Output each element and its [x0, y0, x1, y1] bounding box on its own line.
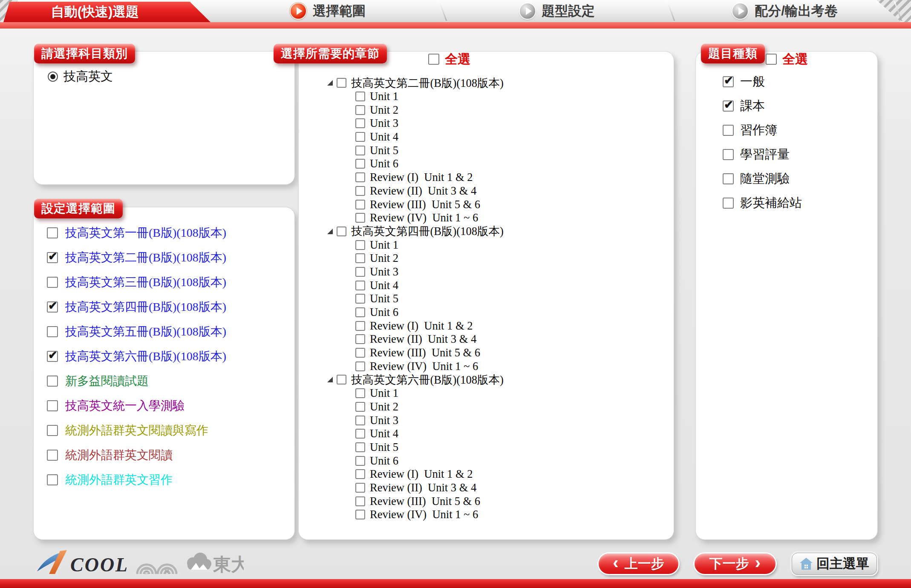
tree-child-checkbox[interactable]: [355, 361, 365, 371]
tree-child-checkbox[interactable]: [355, 159, 365, 169]
tree-child-label: Unit 3: [370, 117, 398, 130]
tree-child-row: Review (I) Unit 1 & 2: [355, 468, 660, 481]
tree-child-checkbox[interactable]: [355, 253, 365, 263]
tree-child-checkbox[interactable]: [355, 510, 365, 519]
tree-group-checkbox[interactable]: [337, 227, 346, 236]
tree-child-checkbox[interactable]: [355, 146, 365, 155]
tree-child-checkbox[interactable]: [355, 469, 365, 479]
qtype-item-checkbox[interactable]: ✔: [723, 100, 734, 112]
tree-child-checkbox[interactable]: [355, 240, 365, 250]
app-window: 自動(快速)選題 選擇範圍 題型設定 配分/輸出考卷 請選擇科目類別 設定選擇範…: [0, 0, 911, 588]
scope-item-label[interactable]: 技高英文第五冊(B版)(108版本): [65, 324, 226, 340]
scope-item-label[interactable]: 統測外語群英文閱讀: [65, 447, 173, 463]
tree-child-checkbox[interactable]: [355, 402, 365, 412]
footer-red-bar: [0, 579, 911, 588]
tree-child-checkbox[interactable]: [355, 132, 365, 142]
tab-question-type-setting[interactable]: 題型設定: [443, 0, 671, 22]
tab-select-scope[interactable]: 選擇範圍: [213, 0, 443, 22]
scope-list: 技高英文第一冊(B版)(108版本)✔技高英文第二冊(B版)(108版本)技高英…: [47, 221, 285, 492]
tree-child-checkbox[interactable]: [355, 172, 365, 182]
tab-label: 配分/輸出考卷: [755, 2, 838, 20]
scope-item-checkbox[interactable]: [47, 474, 58, 485]
tree-group-checkbox[interactable]: [337, 375, 346, 384]
tree-child-checkbox[interactable]: [355, 294, 365, 304]
tree-child-row: Unit 2: [355, 252, 660, 265]
scope-item-checkbox[interactable]: [47, 277, 58, 288]
tree-child-label: Review (II) Unit 3 & 4: [370, 481, 476, 494]
scope-item-checkbox[interactable]: [47, 326, 58, 337]
qtype-item-label: 影英補給站: [740, 195, 802, 212]
tree-child-checkbox[interactable]: [355, 92, 365, 101]
qtype-item-checkbox[interactable]: ✔: [723, 76, 734, 87]
tree-child-checkbox[interactable]: [355, 200, 365, 209]
qtype-item-checkbox[interactable]: [723, 149, 734, 160]
scope-item: 技高英文統一入學測驗: [47, 393, 285, 418]
scope-item-label[interactable]: 技高英文第一冊(B版)(108版本): [65, 225, 226, 241]
tree-child-checkbox[interactable]: [355, 118, 365, 128]
tree-child-checkbox[interactable]: [355, 496, 365, 506]
scope-item-checkbox[interactable]: [47, 400, 58, 411]
tree-child-checkbox[interactable]: [355, 429, 365, 439]
tree-child-row: Unit 4: [355, 427, 660, 441]
qtype-item-checkbox[interactable]: [723, 173, 734, 184]
scope-item-checkbox[interactable]: [47, 227, 58, 238]
qtype-item-checkbox[interactable]: [723, 198, 734, 209]
subject-radio[interactable]: [48, 72, 58, 82]
tree-child-checkbox[interactable]: [355, 456, 365, 466]
scope-item-checkbox[interactable]: [47, 425, 58, 436]
tree-expander-icon[interactable]: [327, 229, 333, 234]
scope-item-label[interactable]: 技高英文第六冊(B版)(108版本): [65, 348, 226, 364]
tree-child-row: Review (II) Unit 3 & 4: [355, 184, 660, 198]
qtype-select-all-checkbox[interactable]: [766, 54, 777, 65]
tree-child-checkbox[interactable]: [355, 186, 365, 196]
tree-group-label: 技高英文第六冊(B版)(108版本): [351, 372, 504, 387]
tree-child-label: Review (IV) Unit 1 ~ 6: [370, 211, 478, 224]
tree-child-checkbox[interactable]: [355, 416, 365, 425]
back-to-main-menu-button[interactable]: 回主選單: [792, 553, 877, 575]
tree-group-checkbox[interactable]: [337, 78, 346, 88]
tree-child-checkbox[interactable]: [355, 321, 365, 331]
play-icon: [291, 3, 306, 19]
scope-item-checkbox[interactable]: [47, 376, 58, 387]
tree-child-checkbox[interactable]: [355, 307, 365, 317]
tree-child-checkbox[interactable]: [355, 213, 365, 223]
tab-auto-quick-select[interactable]: 自動(快速)選題: [3, 2, 210, 22]
scope-item-checkbox[interactable]: ✔: [47, 351, 58, 362]
scope-item-label[interactable]: 技高英文第三冊(B版)(108版本): [65, 274, 226, 290]
tabbar-underline: [0, 22, 911, 29]
back-to-main-menu-label: 回主選單: [816, 555, 869, 573]
tree-child-row: Unit 3: [355, 117, 660, 130]
tree-child-checkbox[interactable]: [355, 442, 365, 452]
tree-child-row: Unit 2: [355, 103, 660, 117]
tree-child-checkbox[interactable]: [355, 267, 365, 277]
tree-child-checkbox[interactable]: [355, 281, 365, 290]
chapter-select-all-checkbox[interactable]: [428, 54, 439, 65]
prev-step-button[interactable]: ‹ 上一步: [599, 554, 678, 574]
scope-item-label[interactable]: 技高英文統一入學測驗: [65, 398, 185, 414]
scope-item-checkbox[interactable]: [47, 450, 58, 461]
tree-child-label: Unit 1: [370, 387, 398, 400]
next-step-button[interactable]: 下一步 ›: [695, 554, 776, 574]
tree-child-checkbox[interactable]: [355, 334, 365, 344]
qtype-item: ✔一般: [723, 69, 868, 94]
tree-child-checkbox[interactable]: [355, 388, 365, 398]
scope-item-label[interactable]: 統測外語群英文閱讀與寫作: [65, 422, 208, 439]
tree-child-label: Review (I) Unit 1 & 2: [370, 319, 473, 333]
tree-expander-icon[interactable]: [327, 80, 333, 86]
tab-score-output[interactable]: 配分/輸出考卷: [671, 0, 899, 22]
scope-item-checkbox[interactable]: ✔: [47, 252, 58, 263]
qtype-item-checkbox[interactable]: [723, 125, 734, 136]
tree-child-row: Review (III) Unit 5 & 6: [355, 346, 660, 360]
scope-item-label[interactable]: 技高英文第四冊(B版)(108版本): [65, 299, 226, 315]
tree-child-row: Unit 6: [355, 454, 660, 468]
tree-child-checkbox[interactable]: [355, 483, 365, 493]
tree-child-checkbox[interactable]: [355, 348, 365, 358]
scope-item-label[interactable]: 技高英文第二冊(B版)(108版本): [65, 250, 226, 266]
scope-item-label[interactable]: 新多益閱讀試題: [65, 373, 149, 389]
tree-child-label: Unit 5: [370, 144, 398, 157]
scope-item-checkbox[interactable]: ✔: [47, 301, 58, 313]
tree-child-checkbox[interactable]: [355, 105, 365, 115]
tree-expander-icon[interactable]: [327, 377, 333, 382]
scope-item-label[interactable]: 統測外語群英文習作: [65, 472, 173, 488]
subject-radio-label[interactable]: 技高英文: [63, 68, 113, 85]
